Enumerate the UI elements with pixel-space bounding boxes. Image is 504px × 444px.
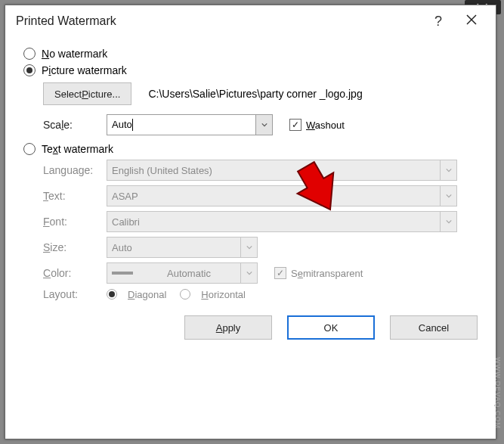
picture-watermark-radio[interactable]: Picture watermark xyxy=(23,64,478,76)
close-icon xyxy=(465,14,478,26)
language-value: English (United States) xyxy=(112,165,440,176)
picture-filepath: C:\Users\Salie\Pictures\party corner _lo… xyxy=(148,88,362,100)
color-label: Color: xyxy=(43,267,107,279)
chevron-down-icon xyxy=(240,238,257,257)
site-watermark: WWW.DEVAQ.COM xyxy=(494,357,502,429)
font-value: Calibri xyxy=(112,216,440,228)
text-combobox: ASAP xyxy=(107,185,457,206)
picture-watermark-label: Picture watermark xyxy=(42,64,127,76)
font-label: Font: xyxy=(43,216,107,228)
apply-button[interactable]: Apply xyxy=(184,315,272,340)
size-label: Size: xyxy=(43,241,107,253)
radio-icon xyxy=(23,48,36,60)
ok-button[interactable]: OK xyxy=(287,315,375,340)
diagonal-label: Diagonal xyxy=(128,289,166,300)
dialog-buttons: Apply OK Cancel xyxy=(5,305,496,353)
titlebar: Printed Watermark ? xyxy=(5,5,496,36)
radio-icon xyxy=(23,143,36,155)
text-watermark-radio[interactable]: Text watermark xyxy=(23,143,478,155)
size-value: Auto xyxy=(112,242,240,253)
scale-label: Scale: xyxy=(43,119,107,131)
chevron-down-icon xyxy=(440,186,456,206)
select-picture-button[interactable]: Select Picture... xyxy=(43,82,131,105)
language-combobox: English (United States) xyxy=(107,160,457,181)
diagonal-radio xyxy=(107,289,117,300)
horizontal-radio xyxy=(180,289,190,300)
color-swatch-icon xyxy=(107,263,138,283)
scale-combobox[interactable]: Auto xyxy=(107,114,273,135)
text-watermark-label: Text watermark xyxy=(42,143,113,155)
color-combobox: Automatic xyxy=(107,262,258,284)
printed-watermark-dialog: Printed Watermark ? No watermark Picture… xyxy=(5,5,496,439)
chevron-down-icon xyxy=(240,263,257,283)
font-combobox: Calibri xyxy=(107,211,457,232)
chevron-down-icon xyxy=(440,160,456,180)
text-label: Text: xyxy=(43,190,107,202)
semitransparent-label: Semitransparent xyxy=(291,268,363,279)
washout-label: Washout xyxy=(306,120,345,131)
color-value: Automatic xyxy=(138,268,240,279)
no-watermark-label: No watermark xyxy=(42,48,107,60)
language-label: Language: xyxy=(43,164,107,176)
semitransparent-checkbox xyxy=(274,267,286,279)
close-button[interactable] xyxy=(455,14,488,29)
no-watermark-radio[interactable]: No watermark xyxy=(23,48,478,60)
horizontal-label: Horizontal xyxy=(201,289,246,300)
size-combobox: Auto xyxy=(107,237,258,258)
layout-label: Layout: xyxy=(43,288,107,300)
text-value: ASAP xyxy=(112,191,440,202)
chevron-down-icon xyxy=(440,212,456,231)
cancel-button[interactable]: Cancel xyxy=(390,315,478,340)
help-button[interactable]: ? xyxy=(422,14,455,29)
chevron-down-icon[interactable] xyxy=(255,115,272,135)
dialog-title: Printed Watermark xyxy=(16,14,422,28)
washout-checkbox[interactable] xyxy=(289,119,301,131)
radio-icon xyxy=(23,64,36,76)
scale-value: Auto xyxy=(112,119,255,132)
